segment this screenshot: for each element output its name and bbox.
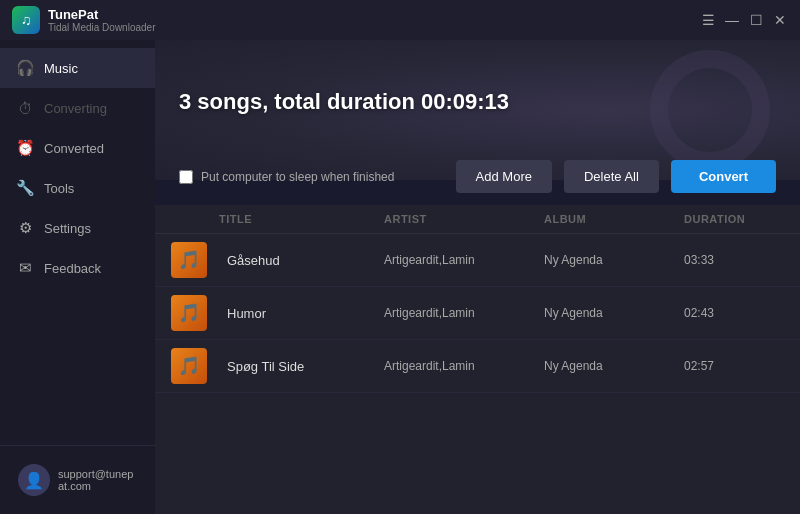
content-inner: 3 songs, total duration 00:09:13 Put com… xyxy=(155,40,800,514)
track-duration-1: 03:33 xyxy=(684,253,784,267)
sidebar-item-music[interactable]: 🎧 Music xyxy=(0,48,155,88)
sidebar-label-converted: Converted xyxy=(44,141,104,156)
col-thumb xyxy=(171,213,219,225)
table-header: TITLE ARTIST ALBUM DURATION xyxy=(155,205,800,234)
table-row[interactable]: 🎵 Gåsehud Artigeardit,Lamin Ny Agenda 03… xyxy=(155,234,800,287)
sidebar-item-settings[interactable]: ⚙ Settings xyxy=(0,208,155,248)
app-name-group: TunePat Tidal Media Downloader xyxy=(48,7,155,33)
sleep-checkbox-label[interactable]: Put computer to sleep when finished xyxy=(179,170,444,184)
sidebar-item-feedback[interactable]: ✉ Feedback xyxy=(0,248,155,288)
track-thumbnail-3: 🎵 xyxy=(171,348,207,384)
track-album-2: Ny Agenda xyxy=(544,306,684,320)
app-logo: ♫ xyxy=(12,6,40,34)
track-album-3: Ny Agenda xyxy=(544,359,684,373)
maximize-button[interactable]: ☐ xyxy=(748,12,764,28)
col-duration: DURATION xyxy=(684,213,784,225)
user-account[interactable]: 👤 support@tunepat.com xyxy=(12,458,143,502)
col-artist: ARTIST xyxy=(384,213,544,225)
sleep-label-text: Put computer to sleep when finished xyxy=(201,170,394,184)
track-artist-1: Artigeardit,Lamin xyxy=(384,253,544,267)
sidebar-label-feedback: Feedback xyxy=(44,261,101,276)
sidebar-nav: 🎧 Music ⏱ Converting ⏰ Converted 🔧 Tools… xyxy=(0,40,155,445)
sidebar-label-music: Music xyxy=(44,61,78,76)
add-more-button[interactable]: Add More xyxy=(456,160,552,193)
minimize-button[interactable]: — xyxy=(724,12,740,28)
track-table: TITLE ARTIST ALBUM DURATION 🎵 Gåsehud Ar… xyxy=(155,205,800,514)
action-bar: Put computer to sleep when finished Add … xyxy=(155,160,800,205)
window-controls: ☰ — ☐ ✕ xyxy=(700,12,788,28)
track-title-1: Gåsehud xyxy=(219,253,384,268)
app-name: TunePat xyxy=(48,7,155,22)
page-header: 3 songs, total duration 00:09:13 xyxy=(155,40,800,160)
logo-icon: ♫ xyxy=(21,12,32,28)
avatar: 👤 xyxy=(18,464,50,496)
settings-icon: ⚙ xyxy=(16,219,34,237)
track-title-2: Humor xyxy=(219,306,384,321)
close-button[interactable]: ✕ xyxy=(772,12,788,28)
track-thumbnail-2: 🎵 xyxy=(171,295,207,331)
track-artist-2: Artigeardit,Lamin xyxy=(384,306,544,320)
converting-icon: ⏱ xyxy=(16,99,34,117)
track-artist-3: Artigeardit,Lamin xyxy=(384,359,544,373)
feedback-icon: ✉ xyxy=(16,259,34,277)
sidebar-label-tools: Tools xyxy=(44,181,74,196)
converted-icon: ⏰ xyxy=(16,139,34,157)
convert-button[interactable]: Convert xyxy=(671,160,776,193)
title-bar: ♫ TunePat Tidal Media Downloader ☰ — ☐ ✕ xyxy=(0,0,800,40)
table-row[interactable]: 🎵 Humor Artigeardit,Lamin Ny Agenda 02:4… xyxy=(155,287,800,340)
page-title: 3 songs, total duration 00:09:13 xyxy=(179,89,776,115)
sleep-checkbox[interactable] xyxy=(179,170,193,184)
track-album-1: Ny Agenda xyxy=(544,253,684,267)
col-title: TITLE xyxy=(219,213,384,225)
tools-icon: 🔧 xyxy=(16,179,34,197)
sidebar: 🎧 Music ⏱ Converting ⏰ Converted 🔧 Tools… xyxy=(0,40,155,514)
content-area: 3 songs, total duration 00:09:13 Put com… xyxy=(155,40,800,514)
col-album: ALBUM xyxy=(544,213,684,225)
music-icon: 🎧 xyxy=(16,59,34,77)
account-email: support@tunepat.com xyxy=(58,468,137,492)
track-duration-3: 02:57 xyxy=(684,359,784,373)
sidebar-item-converted[interactable]: ⏰ Converted xyxy=(0,128,155,168)
track-thumbnail-1: 🎵 xyxy=(171,242,207,278)
sidebar-label-settings: Settings xyxy=(44,221,91,236)
app-branding: ♫ TunePat Tidal Media Downloader xyxy=(12,6,155,34)
sidebar-item-tools[interactable]: 🔧 Tools xyxy=(0,168,155,208)
table-row[interactable]: 🎵 Spøg Til Side Artigeardit,Lamin Ny Age… xyxy=(155,340,800,393)
sidebar-item-converting: ⏱ Converting xyxy=(0,88,155,128)
delete-all-button[interactable]: Delete All xyxy=(564,160,659,193)
sidebar-label-converting: Converting xyxy=(44,101,107,116)
main-layout: 🎧 Music ⏱ Converting ⏰ Converted 🔧 Tools… xyxy=(0,40,800,514)
track-duration-2: 02:43 xyxy=(684,306,784,320)
menu-button[interactable]: ☰ xyxy=(700,12,716,28)
sidebar-footer: 👤 support@tunepat.com xyxy=(0,445,155,514)
app-subtitle: Tidal Media Downloader xyxy=(48,22,155,33)
track-title-3: Spøg Til Side xyxy=(219,359,384,374)
